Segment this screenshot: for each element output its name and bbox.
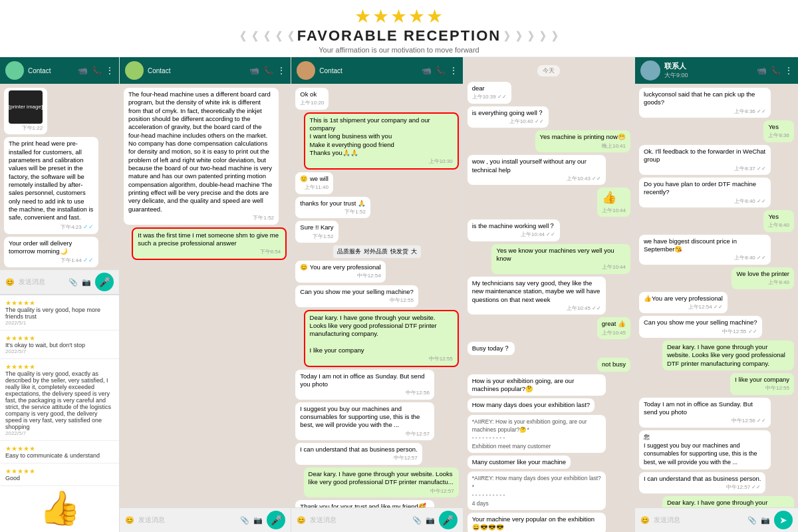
right-arrows: 》》》》》 — [504, 30, 564, 43]
call-icon-2[interactable]: 📞 — [263, 66, 273, 75]
list-item: *AIIREY: How is your exhibition going, a… — [467, 415, 606, 453]
list-item: Many customer like your machine — [467, 456, 571, 469]
time-divider: 今天 — [537, 65, 560, 76]
list-item: great 👍上午10:45 — [597, 317, 630, 339]
emoji-icon-3[interactable]: 😊 — [297, 516, 306, 525]
list-item: ★★★★★ The quality is very good, exactly … — [0, 359, 119, 441]
emoji-icon-right[interactable]: 😊 — [640, 516, 650, 525]
chat-panel-3: Contact 📹 📞 ⋮ Ok ok上午10:20 This is 1st s… — [291, 57, 463, 532]
emoji-icon-2[interactable]: 😊 — [125, 516, 134, 525]
chat-messages-3: Ok ok上午10:20 This is 1st shipment your c… — [291, 84, 462, 507]
list-item: My technicians say very good, they like … — [467, 277, 606, 315]
list-item: It was the first time I met someone shm … — [132, 227, 287, 260]
list-item: Today I am not in office as Sunday. But … — [295, 370, 434, 400]
chat-header-2: Contact 📹 📞 ⋮ — [120, 57, 291, 84]
list-item: I suggest you buy our machines and consu… — [295, 402, 434, 440]
camera-icon-2[interactable]: 📷 — [253, 516, 263, 525]
right-video-icon[interactable]: 📹 — [757, 66, 767, 75]
list-item: ★★★★★ Easy to communicate & understand — [0, 441, 119, 464]
list-item: 😊 You are very professional中午12:54 — [295, 261, 385, 283]
mic-button-1[interactable]: 🎤 — [95, 273, 114, 291]
list-item: How is your exhibition going, are our ma… — [467, 374, 606, 396]
list-item: is everything going well？上午10:40 ✓✓ — [467, 106, 549, 128]
camera-icon-1[interactable]: 📷 — [82, 278, 91, 287]
list-item: is the machine working well？上午10:44 ✓✓ — [467, 219, 561, 241]
mic-button-2[interactable]: 🎤 — [267, 511, 285, 529]
menu-icon-2[interactable]: ⋮ — [277, 66, 285, 75]
right-contact-name: 联系人 — [664, 61, 688, 71]
list-item: *AIIREY: How many days does your exhibit… — [467, 471, 606, 509]
list-item: ★★★★★ It's okay to wait, but don't stop … — [0, 331, 119, 359]
chat-header-1: Contact 📹 📞 ⋮ — [0, 57, 119, 84]
list-item: Ok. I'll feedback to the forwarder in We… — [639, 145, 771, 175]
camera-icon-right[interactable]: 📷 — [761, 516, 770, 525]
list-item: Can you show me your selling machine?中午1… — [639, 316, 762, 338]
menu-icon-1[interactable]: ⋮ — [106, 66, 114, 75]
video-icon[interactable]: 📹 — [78, 66, 88, 75]
right-avatar — [640, 61, 660, 80]
list-item: I can understand that as business person… — [295, 443, 422, 465]
list-item: Yes上午8:36 — [763, 120, 794, 142]
main-area: Contact 📹 📞 ⋮ [printer image] 下午1:22 The… — [0, 57, 798, 532]
chat-messages-2: The four-head machine uses a different b… — [120, 84, 291, 507]
page-header: ★★★★★ 《《《《《 FAVORABLE RECEPTION 》》》》》 Yo… — [0, 0, 798, 57]
video-icon-3[interactable]: 📹 — [422, 66, 432, 75]
list-item: Can you show me your selling machine?中午1… — [295, 285, 418, 307]
emoji-icon-1[interactable]: 😊 — [5, 278, 15, 287]
avatar-1 — [5, 61, 24, 80]
camera-icon-3[interactable]: 📷 — [426, 516, 435, 525]
list-item: Dear kary. I have gone through your webs… — [304, 467, 459, 497]
chat-input-bar-2: 😊 发送消息 📎 📷 🎤 — [120, 507, 291, 532]
photo-message: [printer image] — [9, 90, 43, 124]
list-item: wow , you install yourself without any o… — [467, 155, 606, 185]
list-item: 您I suggest you buy our machines and cons… — [639, 430, 771, 469]
list-item: we have biggest discount price in Septem… — [639, 235, 771, 265]
list-item: The four-head machine uses a different b… — [124, 88, 279, 225]
love-printer-message: We love the printer上午8:40 — [732, 267, 794, 289]
chat-panel-2: Contact 📹 📞 ⋮ The four-head machine uses… — [120, 57, 291, 532]
list-item: The print head were pre-installed for cu… — [4, 137, 98, 233]
right-input-field[interactable]: 发送消息 — [654, 515, 743, 525]
star-rating: ★★★★★ — [0, 5, 798, 27]
right-call-icon[interactable]: 📞 — [771, 66, 781, 75]
list-item: dear上午10:39 ✓✓ — [467, 82, 511, 104]
list-item: Thank you for your trust and like my fri… — [295, 500, 434, 507]
list-item: This is 1st shipment your company and ou… — [304, 112, 459, 170]
thumbs-badge: 👍 — [0, 486, 119, 530]
list-item: [printer image] 下午1:22 — [4, 88, 47, 134]
avatar-3 — [297, 61, 315, 80]
chat-header-3: Contact 📹 📞 ⋮ — [291, 57, 462, 84]
list-item: I can understand that as business person… — [639, 472, 765, 494]
right-chat-header: 联系人 大午9:00 📹 📞 ⋮ — [635, 57, 798, 84]
video-icon-2[interactable]: 📹 — [249, 66, 259, 75]
attach-icon-2[interactable]: 📎 — [240, 516, 249, 525]
list-item: Yes上午8:40 — [763, 210, 794, 232]
attach-icon-1[interactable]: 📎 — [68, 278, 78, 287]
list-item: Do you have plan to order DTF machine re… — [639, 178, 771, 207]
avatar-2 — [125, 61, 144, 80]
chat-messages-4: 今天 dear上午10:39 ✓✓ is everything going we… — [464, 57, 634, 532]
list-item: Dear kary. I have gone through your webs… — [304, 310, 459, 367]
list-item: Busy today？ — [467, 342, 515, 355]
call-icon-3[interactable]: 📞 — [436, 66, 446, 75]
attach-icon-right[interactable]: 📎 — [747, 516, 757, 525]
chat-name-3: Contact — [319, 67, 342, 74]
input-placeholder-1[interactable]: 发送消息 — [19, 277, 65, 287]
send-button-right[interactable]: ➤ — [774, 511, 793, 529]
attach-icon-3[interactable]: 📎 — [412, 516, 422, 525]
call-icon[interactable]: 📞 — [92, 66, 102, 75]
list-item: How many days does your exhibition last? — [467, 398, 595, 412]
input-field-3[interactable]: 发送消息 — [310, 515, 408, 525]
input-field-2[interactable]: 发送消息 — [138, 515, 236, 525]
chat-panel-1: Contact 📹 📞 ⋮ [printer image] 下午1:22 The… — [0, 57, 119, 294]
menu-icon-3[interactable]: ⋮ — [450, 66, 458, 75]
list-item: Your order will delivery tomorrow mornin… — [4, 237, 98, 267]
right-menu-icon[interactable]: ⋮ — [785, 66, 793, 75]
mic-button-3[interactable]: 🎤 — [439, 511, 458, 529]
list-item: ★★★★★ The quality is very good, hope mor… — [0, 295, 119, 331]
list-item: Your machine very popular on the exhibit… — [467, 513, 606, 532]
chat-messages-1: [printer image] 下午1:22 The print head we… — [0, 84, 119, 269]
chat-input-bar-1: 😊 发送消息 📎 📷 🎤 — [0, 269, 119, 294]
list-item: thanks for your trust 🙏下午1:52 — [295, 197, 370, 219]
list-item: Sure !! Kary下午1:52 — [295, 221, 338, 243]
